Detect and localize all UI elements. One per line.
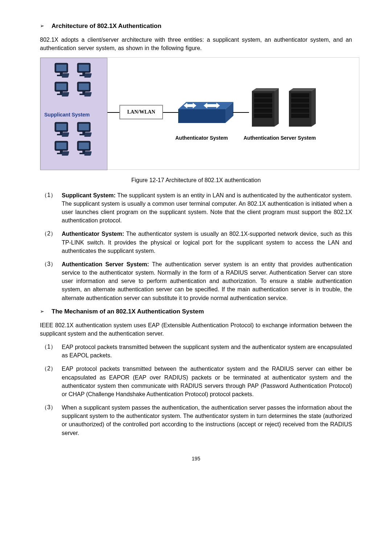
server-icon [249, 87, 282, 128]
mechanism-text: EAP protocol packets transmitted between… [62, 343, 352, 360]
section-heading-2: ➢ The Mechanism of an 802.1X Authenticat… [40, 307, 352, 316]
svg-marker-49 [274, 88, 279, 127]
svg-rect-41 [178, 109, 225, 123]
list-marker: （2） [40, 365, 62, 398]
definition-item-1: （1） Supplicant System: The supplicant sy… [40, 191, 352, 225]
svg-rect-21 [56, 124, 66, 130]
computer-group-top [51, 62, 98, 97]
svg-rect-62 [291, 114, 309, 118]
lan-wlan-box: LAN/WLAN [119, 105, 163, 119]
lan-label: LAN/WLAN [127, 108, 155, 116]
svg-rect-32 [60, 151, 63, 153]
svg-rect-7 [82, 73, 85, 75]
computer-icon [76, 62, 95, 78]
page-number: 195 [40, 455, 352, 463]
computer-group-bottom [51, 122, 98, 156]
svg-rect-12 [60, 91, 63, 94]
server-icon [286, 87, 319, 128]
svg-marker-57 [311, 88, 316, 127]
list-marker: （2） [40, 230, 62, 255]
heading1-text: Architecture of 802.1X Authentication [52, 22, 162, 30]
definition-item-2: （2） Authenticator System: The authentica… [40, 230, 352, 255]
definition-item-3: （3） Authentication Server System: The au… [40, 260, 352, 302]
svg-marker-55 [289, 88, 316, 91]
svg-rect-34 [62, 151, 69, 156]
intro-paragraph-2: IEEE 802.1X authentication system uses E… [40, 321, 352, 338]
term-label: Supplicant System: [62, 192, 116, 198]
svg-rect-58 [291, 93, 309, 98]
term-label: Authentication Server System: [62, 261, 149, 267]
connector-line [233, 112, 249, 113]
svg-rect-39 [84, 151, 92, 156]
svg-rect-4 [62, 73, 69, 78]
computer-icon [76, 122, 95, 138]
svg-rect-2 [60, 73, 63, 75]
svg-rect-16 [79, 83, 89, 90]
svg-rect-27 [82, 132, 85, 134]
svg-rect-14 [62, 92, 69, 97]
definition-content: Supplicant System: The supplicant system… [62, 191, 352, 225]
svg-rect-60 [291, 103, 309, 108]
computer-icon [76, 81, 95, 97]
computer-icon [53, 62, 73, 78]
svg-rect-17 [82, 91, 85, 94]
supplicant-label: Supplicant System [44, 111, 90, 119]
svg-rect-22 [60, 132, 63, 134]
figure-caption: Figure 12-17 Architecture of 802.1X auth… [40, 176, 352, 184]
svg-rect-59 [291, 98, 309, 103]
intro-paragraph-1: 802.1X adopts a client/server architectu… [40, 36, 352, 52]
svg-rect-31 [56, 143, 66, 149]
term-label: Authenticator System: [62, 231, 124, 237]
mechanism-item-3: （3） When a supplicant system passes the … [40, 403, 352, 437]
computer-icon [76, 140, 95, 156]
server-pair [249, 87, 324, 130]
svg-rect-11 [56, 83, 66, 90]
svg-rect-54 [254, 114, 272, 118]
auth-server-label: Authentication Server System [244, 135, 316, 142]
authenticator-label: Authenticator System [175, 135, 228, 142]
bullet-arrow-icon: ➢ [40, 22, 44, 30]
computer-icon [53, 81, 73, 97]
svg-rect-26 [79, 124, 89, 130]
architecture-diagram: Supplicant System LAN/WLAN Authenticator… [40, 57, 359, 170]
svg-rect-29 [84, 132, 92, 137]
svg-rect-9 [84, 73, 92, 78]
mechanism-text: When a supplicant system passes the auth… [62, 403, 352, 437]
list-marker: （3） [40, 403, 62, 437]
definition-content: Authentication Server System: The authen… [62, 260, 352, 302]
svg-rect-24 [62, 132, 69, 137]
svg-rect-36 [79, 143, 89, 149]
mechanism-item-1: （1） EAP protocol packets transmitted bet… [40, 343, 352, 360]
svg-marker-47 [252, 88, 279, 91]
list-marker: （3） [40, 260, 62, 302]
bullet-arrow-icon: ➢ [40, 308, 44, 315]
svg-rect-50 [254, 93, 272, 98]
svg-rect-52 [254, 103, 272, 108]
heading2-text: The Mechanism of an 802.1X Authenticatio… [52, 307, 204, 316]
svg-rect-6 [79, 65, 89, 71]
svg-rect-53 [254, 108, 272, 113]
mechanism-item-2: （2） EAP protocol packets transmitted bet… [40, 365, 352, 398]
computer-icon [53, 140, 73, 156]
mechanism-text: EAP protocol packets transmitted between… [62, 365, 352, 398]
svg-rect-61 [291, 108, 309, 113]
definition-content: Authenticator System: The authenticator … [62, 230, 352, 255]
computer-icon [53, 122, 73, 138]
section-heading-1: ➢ Architecture of 802.1X Authentication [40, 22, 352, 30]
svg-rect-19 [84, 92, 92, 97]
list-marker: （1） [40, 191, 62, 225]
svg-rect-1 [56, 65, 66, 71]
switch-icon [175, 98, 233, 127]
connector-line [107, 112, 119, 113]
svg-rect-37 [82, 151, 85, 153]
supplicant-panel: Supplicant System [40, 58, 107, 170]
svg-rect-51 [254, 98, 272, 103]
list-marker: （1） [40, 343, 62, 360]
